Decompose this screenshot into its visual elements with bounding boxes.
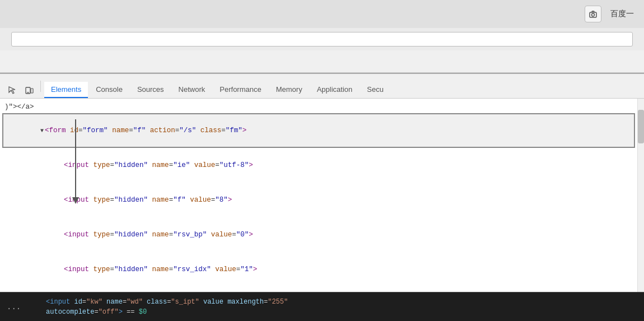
- dom-tree-scrollbar[interactable]: [637, 99, 644, 292]
- dom-line-input-rsv-idx[interactable]: <input type="hidden" name="rsv_idx" valu…: [0, 252, 637, 287]
- svg-rect-3: [31, 89, 33, 93]
- camera-icon[interactable]: [585, 6, 601, 22]
- dom-line-close-a[interactable]: )"></a>: [0, 101, 637, 113]
- scrollbar-thumb[interactable]: [638, 110, 644, 143]
- console-content: <input id="kw" name="wd" class="s_ipt" v…: [30, 297, 288, 317]
- tab-application[interactable]: Application: [310, 82, 360, 98]
- dom-line-input-ch[interactable]: <input type="hidden" name="ch" value>: [0, 287, 637, 292]
- inspect-element-icon[interactable]: [4, 82, 20, 98]
- tab-network[interactable]: Network: [172, 82, 212, 98]
- address-input[interactable]: [11, 32, 633, 46]
- dom-line-input-f[interactable]: <input type="hidden" name="f" value="8">: [0, 183, 637, 217]
- console-ellipsis: ...: [7, 303, 21, 311]
- browser-toolbar: 百度一: [0, 0, 644, 28]
- svg-point-1: [592, 13, 595, 16]
- devtools-content: )"></a> ▼<form id="form" name="f" action…: [0, 99, 644, 292]
- dom-tree[interactable]: )"></a> ▼<form id="form" name="f" action…: [0, 99, 637, 292]
- tab-divider: [40, 81, 41, 92]
- devtools-panel: Elements Console Sources Network Perform…: [0, 73, 644, 321]
- browser-top: 百度一: [0, 0, 644, 73]
- tab-memory[interactable]: Memory: [269, 82, 309, 98]
- devtools-tab-bar: Elements Console Sources Network Perform…: [0, 74, 644, 99]
- dom-line-form[interactable]: ▼<form id="form" name="f" action="/s" cl…: [2, 113, 635, 148]
- device-toggle-icon[interactable]: [21, 82, 37, 98]
- console-line1: <input id="kw" name="wd" class="s_ipt" v…: [30, 297, 288, 307]
- tab-console[interactable]: Console: [89, 82, 129, 98]
- console-line2: autocomplete="off"> == $0: [30, 307, 288, 317]
- tab-security[interactable]: Secu: [360, 82, 390, 98]
- dom-line-input-rsv-bp[interactable]: <input type="hidden" name="rsv_bp" value…: [0, 217, 637, 252]
- address-bar-row: [0, 28, 644, 50]
- dom-line-input-ie[interactable]: <input type="hidden" name="ie" value="ut…: [0, 148, 637, 183]
- tab-elements[interactable]: Elements: [44, 82, 88, 98]
- devtools-console-bar: ... <input id="kw" name="wd" class="s_ip…: [0, 292, 644, 321]
- tab-sources[interactable]: Sources: [130, 82, 171, 98]
- tab-performance[interactable]: Performance: [213, 82, 268, 98]
- baidu-brand-text: 百度一: [606, 7, 638, 21]
